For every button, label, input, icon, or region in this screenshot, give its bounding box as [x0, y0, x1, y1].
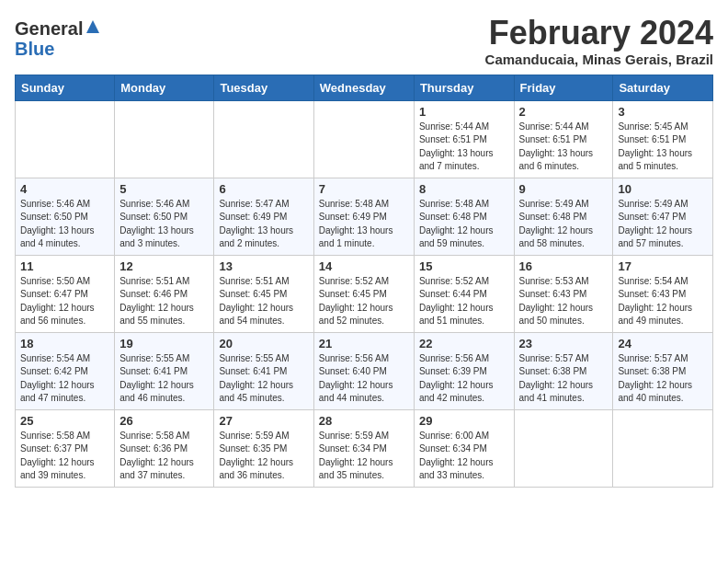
calendar-cell: 11Sunrise: 5:50 AM Sunset: 6:47 PM Dayli… — [16, 255, 115, 332]
day-info: Sunrise: 5:49 AM Sunset: 6:48 PM Dayligh… — [519, 198, 609, 251]
calendar-header-row: SundayMondayTuesdayWednesdayThursdayFrid… — [16, 75, 713, 100]
day-info: Sunrise: 5:49 AM Sunset: 6:47 PM Dayligh… — [618, 198, 708, 251]
title-block: February 2024 Camanducaia, Minas Gerais,… — [485, 15, 713, 67]
calendar-cell: 28Sunrise: 5:59 AM Sunset: 6:34 PM Dayli… — [313, 409, 414, 487]
day-number: 8 — [419, 182, 509, 196]
calendar-cell: 19Sunrise: 5:55 AM Sunset: 6:41 PM Dayli… — [115, 332, 214, 409]
day-number: 6 — [219, 182, 308, 196]
weekday-header: Sunday — [16, 75, 115, 100]
day-info: Sunrise: 5:54 AM Sunset: 6:43 PM Dayligh… — [618, 275, 708, 328]
calendar-cell: 15Sunrise: 5:52 AM Sunset: 6:44 PM Dayli… — [414, 255, 514, 332]
day-info: Sunrise: 5:50 AM Sunset: 6:47 PM Dayligh… — [20, 275, 109, 328]
day-info: Sunrise: 5:51 AM Sunset: 6:46 PM Dayligh… — [119, 275, 209, 328]
calendar-week-row: 25Sunrise: 5:58 AM Sunset: 6:37 PM Dayli… — [16, 409, 713, 487]
calendar-cell: 14Sunrise: 5:52 AM Sunset: 6:45 PM Dayli… — [313, 255, 414, 332]
logo: General Blue — [15, 18, 101, 59]
day-info: Sunrise: 5:56 AM Sunset: 6:39 PM Dayligh… — [419, 352, 509, 406]
day-number: 20 — [219, 337, 308, 350]
logo-text: General Blue — [15, 18, 101, 59]
day-number: 9 — [519, 182, 609, 196]
day-info: Sunrise: 5:47 AM Sunset: 6:49 PM Dayligh… — [219, 198, 308, 251]
day-number: 10 — [618, 182, 708, 196]
day-number: 5 — [119, 182, 209, 196]
calendar-cell: 29Sunrise: 6:00 AM Sunset: 6:34 PM Dayli… — [414, 409, 514, 487]
calendar-cell: 22Sunrise: 5:56 AM Sunset: 6:39 PM Dayli… — [414, 332, 514, 409]
calendar-cell — [613, 409, 713, 487]
day-info: Sunrise: 5:48 AM Sunset: 6:49 PM Dayligh… — [319, 198, 409, 251]
calendar-cell: 23Sunrise: 5:57 AM Sunset: 6:38 PM Dayli… — [514, 332, 613, 409]
day-number: 4 — [20, 182, 109, 196]
day-info: Sunrise: 5:46 AM Sunset: 6:50 PM Dayligh… — [20, 198, 109, 251]
calendar-week-row: 11Sunrise: 5:50 AM Sunset: 6:47 PM Dayli… — [16, 255, 713, 332]
weekday-header: Saturday — [613, 75, 713, 100]
svg-marker-0 — [86, 20, 99, 33]
day-number: 17 — [618, 259, 708, 273]
calendar-cell: 21Sunrise: 5:56 AM Sunset: 6:40 PM Dayli… — [313, 332, 414, 409]
day-number: 24 — [618, 337, 708, 350]
calendar-cell — [313, 100, 414, 178]
logo-icon — [85, 18, 101, 35]
day-number: 13 — [219, 259, 308, 273]
calendar-cell: 27Sunrise: 5:59 AM Sunset: 6:35 PM Dayli… — [214, 409, 313, 487]
day-info: Sunrise: 5:59 AM Sunset: 6:34 PM Dayligh… — [319, 430, 409, 483]
calendar-cell — [514, 409, 613, 487]
day-number: 14 — [319, 259, 409, 273]
day-info: Sunrise: 5:54 AM Sunset: 6:42 PM Dayligh… — [20, 352, 109, 406]
day-number: 15 — [419, 259, 509, 273]
day-info: Sunrise: 5:55 AM Sunset: 6:41 PM Dayligh… — [219, 352, 308, 406]
day-info: Sunrise: 5:58 AM Sunset: 6:37 PM Dayligh… — [20, 430, 109, 483]
calendar-cell: 5Sunrise: 5:46 AM Sunset: 6:50 PM Daylig… — [115, 178, 214, 255]
day-info: Sunrise: 5:56 AM Sunset: 6:40 PM Dayligh… — [319, 352, 409, 406]
calendar-table: SundayMondayTuesdayWednesdayThursdayFrid… — [15, 75, 713, 488]
day-number: 23 — [519, 337, 609, 350]
calendar-cell: 9Sunrise: 5:49 AM Sunset: 6:48 PM Daylig… — [514, 178, 613, 255]
day-number: 7 — [319, 182, 409, 196]
calendar-cell — [214, 100, 313, 178]
weekday-header: Tuesday — [214, 75, 313, 100]
calendar-cell: 1Sunrise: 5:44 AM Sunset: 6:51 PM Daylig… — [414, 100, 514, 178]
calendar-cell: 12Sunrise: 5:51 AM Sunset: 6:46 PM Dayli… — [115, 255, 214, 332]
calendar-cell: 8Sunrise: 5:48 AM Sunset: 6:48 PM Daylig… — [414, 178, 514, 255]
calendar-cell: 26Sunrise: 5:58 AM Sunset: 6:36 PM Dayli… — [115, 409, 214, 487]
calendar-cell: 3Sunrise: 5:45 AM Sunset: 6:51 PM Daylig… — [613, 100, 713, 178]
calendar-cell — [16, 100, 115, 178]
day-info: Sunrise: 5:59 AM Sunset: 6:35 PM Dayligh… — [219, 430, 308, 483]
day-info: Sunrise: 5:44 AM Sunset: 6:51 PM Dayligh… — [419, 121, 509, 174]
day-info: Sunrise: 5:44 AM Sunset: 6:51 PM Dayligh… — [519, 121, 609, 174]
day-info: Sunrise: 5:58 AM Sunset: 6:36 PM Dayligh… — [119, 430, 209, 483]
day-number: 2 — [519, 105, 609, 119]
calendar-cell: 10Sunrise: 5:49 AM Sunset: 6:47 PM Dayli… — [613, 178, 713, 255]
weekday-header: Thursday — [414, 75, 514, 100]
day-number: 11 — [20, 259, 109, 273]
day-number: 27 — [219, 414, 308, 428]
location-subtitle: Camanducaia, Minas Gerais, Brazil — [485, 52, 713, 67]
calendar-cell: 7Sunrise: 5:48 AM Sunset: 6:49 PM Daylig… — [313, 178, 414, 255]
calendar-cell: 16Sunrise: 5:53 AM Sunset: 6:43 PM Dayli… — [514, 255, 613, 332]
day-info: Sunrise: 5:57 AM Sunset: 6:38 PM Dayligh… — [519, 352, 609, 406]
logo-blue: Blue — [15, 39, 54, 59]
weekday-header: Monday — [115, 75, 214, 100]
day-number: 12 — [119, 259, 209, 273]
calendar-week-row: 18Sunrise: 5:54 AM Sunset: 6:42 PM Dayli… — [16, 332, 713, 409]
logo-general: General — [15, 18, 83, 39]
calendar-cell: 6Sunrise: 5:47 AM Sunset: 6:49 PM Daylig… — [214, 178, 313, 255]
page-header: General Blue February 2024 Camanducaia, … — [15, 15, 713, 67]
calendar-cell: 18Sunrise: 5:54 AM Sunset: 6:42 PM Dayli… — [16, 332, 115, 409]
day-info: Sunrise: 5:51 AM Sunset: 6:45 PM Dayligh… — [219, 275, 308, 328]
calendar-week-row: 4Sunrise: 5:46 AM Sunset: 6:50 PM Daylig… — [16, 178, 713, 255]
day-number: 18 — [20, 337, 109, 350]
day-info: Sunrise: 5:52 AM Sunset: 6:45 PM Dayligh… — [319, 275, 409, 328]
day-info: Sunrise: 5:52 AM Sunset: 6:44 PM Dayligh… — [419, 275, 509, 328]
day-number: 26 — [119, 414, 209, 428]
calendar-cell: 2Sunrise: 5:44 AM Sunset: 6:51 PM Daylig… — [514, 100, 613, 178]
day-info: Sunrise: 5:55 AM Sunset: 6:41 PM Dayligh… — [119, 352, 209, 406]
day-info: Sunrise: 5:48 AM Sunset: 6:48 PM Dayligh… — [419, 198, 509, 251]
calendar-cell: 4Sunrise: 5:46 AM Sunset: 6:50 PM Daylig… — [16, 178, 115, 255]
day-info: Sunrise: 5:57 AM Sunset: 6:38 PM Dayligh… — [618, 352, 708, 406]
calendar-cell: 20Sunrise: 5:55 AM Sunset: 6:41 PM Dayli… — [214, 332, 313, 409]
calendar-week-row: 1Sunrise: 5:44 AM Sunset: 6:51 PM Daylig… — [16, 100, 713, 178]
day-number: 3 — [618, 105, 708, 119]
day-number: 28 — [319, 414, 409, 428]
day-info: Sunrise: 5:45 AM Sunset: 6:51 PM Dayligh… — [618, 121, 708, 174]
day-info: Sunrise: 5:46 AM Sunset: 6:50 PM Dayligh… — [119, 198, 209, 251]
